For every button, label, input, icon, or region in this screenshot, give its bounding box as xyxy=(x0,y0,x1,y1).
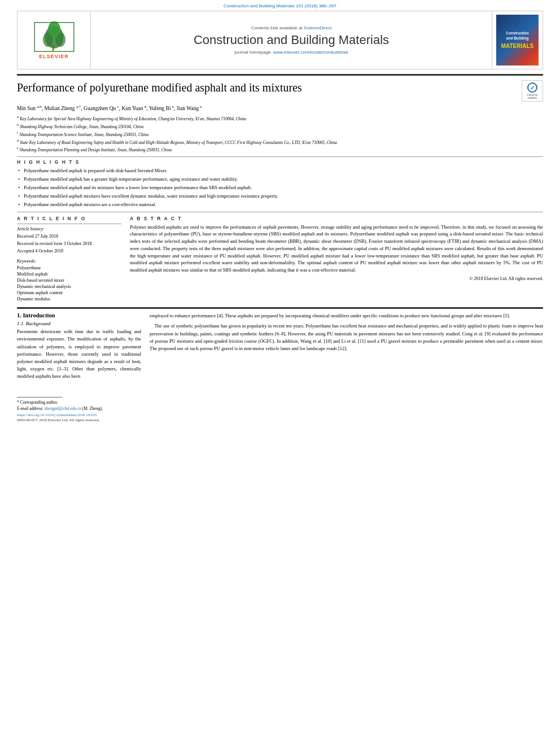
footnotes-area: * Corresponding author. E-mail address: … xyxy=(17,380,141,422)
intro-heading: 1. Introduction xyxy=(17,312,141,318)
affiliation-a: a Key Laboratory for Special Area Highwa… xyxy=(17,115,543,122)
thick-divider xyxy=(17,74,543,76)
homepage-url[interactable]: www.elsevier.com/locate/conbuildmat xyxy=(273,50,348,55)
affiliation-e: e Shandong Transportation Planning and D… xyxy=(17,146,543,153)
footnote-divider xyxy=(17,397,62,397)
email-note: E-mail address: zhengml@chd.edu.cn (M. Z… xyxy=(17,406,141,411)
elsevier-tree-icon xyxy=(32,21,77,53)
check-mark-icon: ✓ xyxy=(530,85,535,91)
journal-cover-section: Constructionand Building MATERIALS xyxy=(492,11,542,69)
article-info-column: A R T I C L E I N F O Article history: R… xyxy=(17,216,121,303)
article-info-heading: A R T I C L E I N F O xyxy=(17,216,121,221)
page: Construction and Building Materials 191 … xyxy=(0,0,560,747)
keyword-2: Modified asphalt xyxy=(17,272,121,277)
journal-reference: Construction and Building Materials 191 … xyxy=(0,0,560,11)
article-info-divider xyxy=(17,224,121,224)
keyword-5: Optimum asphalt content xyxy=(17,290,121,295)
cover-title: Constructionand Building xyxy=(506,31,528,41)
article-history-label: Article history: xyxy=(17,226,121,231)
corresponding-note: * Corresponding author. xyxy=(17,400,141,405)
affiliation-b: b Shandong Highway Technician College, J… xyxy=(17,123,543,130)
contents-label: Contents lists available at xyxy=(251,25,303,30)
intro-subheading: 1.1. Background xyxy=(17,321,141,326)
author-sup-e2: e xyxy=(200,104,202,109)
keyword-1: Polyurethane xyxy=(17,265,121,270)
journal-cover-image: Constructionand Building MATERIALS xyxy=(496,15,539,65)
keywords-label: Keywords: xyxy=(17,259,121,264)
journal-header-center: Contents lists available at ScienceDirec… xyxy=(91,11,492,69)
highlight-4: Polyurethane modified asphalt mixtures h… xyxy=(17,193,543,200)
intro-left-para: Pavements deteriorate with time due to t… xyxy=(17,328,141,380)
journal-homepage: journal homepage: www.elsevier.com/locat… xyxy=(234,50,348,55)
highlight-3: Polyurethane modified asphalt and its mi… xyxy=(17,185,543,191)
highlight-2: Polyurethane modified asphalt has a grea… xyxy=(17,176,543,183)
received-date: Received 27 July 2018 xyxy=(17,233,121,239)
thick-divider-2 xyxy=(17,307,543,309)
keyword-6: Dynamic modulus xyxy=(17,296,121,302)
author-sup-c: c xyxy=(117,104,119,109)
section-divider-2 xyxy=(17,212,543,212)
check-updates-badge: ✓ Check for updates xyxy=(522,80,543,102)
affiliation-d: d State Key Laboratory of Road Engineeri… xyxy=(17,138,543,146)
highlight-5: Polyurethane modified asphalt mixtures a… xyxy=(17,202,543,208)
journal-header: ELSEVIER Contents lists available at Sci… xyxy=(17,11,543,69)
intro-right-column: employed to enhance performance [4]. The… xyxy=(150,312,543,422)
author-sup-a: a,b xyxy=(37,104,41,109)
sciencedirect-line: Contents lists available at ScienceDirec… xyxy=(251,25,331,30)
cover-materials: MATERIALS xyxy=(501,43,534,49)
svg-point-4 xyxy=(48,21,60,37)
email-link[interactable]: zhengml@chd.edu.cn xyxy=(45,406,81,411)
doi-link[interactable]: https://doi.org/10.1016/j.conbuildmat.20… xyxy=(17,413,97,417)
abstract-column: A B S T R A C T Polymer modified asphalt… xyxy=(130,216,543,303)
abstract-text: Polymer modified asphalts are used to im… xyxy=(130,224,543,274)
highlight-1: Polyurethane modified asphalt is prepare… xyxy=(17,168,543,174)
author-sup-e: e xyxy=(172,104,174,109)
accepted-date: Accepted 4 October 2018 xyxy=(17,248,121,254)
author-sup-d: d xyxy=(145,104,147,109)
title-section: ✓ Check for updates Performance of polyu… xyxy=(17,80,543,102)
article-title: Performance of polyurethane modified asp… xyxy=(17,80,543,95)
copyright-line: © 2018 Elsevier Ltd. All rights reserved… xyxy=(130,276,543,281)
affiliations-section: a Key Laboratory for Special Area Highwa… xyxy=(17,115,543,153)
elsevier-label: ELSEVIER xyxy=(39,54,69,59)
intro-right-para-2: The use of synthetic polyurethane has gr… xyxy=(150,322,543,352)
highlights-heading: H I G H L I G H T S xyxy=(17,159,543,165)
article-info-abstract: A R T I C L E I N F O Article history: R… xyxy=(17,216,543,303)
journal-title: Construction and Building Materials xyxy=(194,33,389,47)
check-updates-label: Check for updates xyxy=(522,94,542,99)
doi-line: https://doi.org/10.1016/j.conbuildmat.20… xyxy=(17,413,141,417)
authors-line: Min Sun a,b, Mulian Zheng a,*, Guangzhen… xyxy=(17,104,543,112)
highlights-section: H I G H L I G H T S Polyurethane modifie… xyxy=(17,159,543,208)
keyword-4: Dynamic mechanical analysis xyxy=(17,284,121,289)
keyword-3: Disk-based serrated mixer xyxy=(17,278,121,283)
intro-left-column: 1. Introduction 1.1. Background Pavement… xyxy=(17,312,141,422)
check-circle-icon: ✓ xyxy=(527,82,537,93)
author-sup-a2: a,* xyxy=(76,104,81,109)
elsevier-logo-section: ELSEVIER xyxy=(18,11,91,69)
sciencedirect-link[interactable]: ScienceDirect xyxy=(304,25,331,30)
intro-right-para-1: employed to enhance performance [4]. The… xyxy=(150,312,543,320)
revised-date: Received in revised form 3 October 2018 xyxy=(17,241,121,247)
homepage-label: journal homepage: xyxy=(234,50,272,55)
rights-line: 0950-0618/© 2018 Elsevier Ltd. All right… xyxy=(17,418,141,422)
abstract-heading: A B S T R A C T xyxy=(130,216,543,221)
section-divider-1 xyxy=(17,156,543,157)
affiliation-c: c Shandong Transportation Science Instit… xyxy=(17,130,543,138)
introduction-section: 1. Introduction 1.1. Background Pavement… xyxy=(17,312,543,422)
journal-ref-text: Construction and Building Materials 191 … xyxy=(224,3,336,8)
elsevier-logo: ELSEVIER xyxy=(32,21,77,59)
